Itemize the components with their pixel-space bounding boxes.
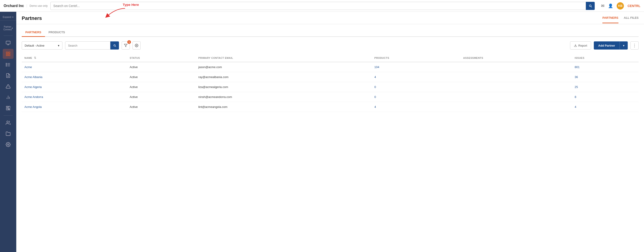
folder-icon: [6, 131, 11, 136]
partner-products[interactable]: 4: [374, 105, 376, 108]
partner-assessments: [460, 82, 572, 92]
partner-issues[interactable]: 25: [574, 85, 578, 89]
col-products: PRODUCTS: [372, 54, 460, 62]
settings-icon: [6, 142, 11, 147]
svg-point-26: [8, 144, 9, 145]
partner-products[interactable]: 0: [374, 85, 376, 89]
global-search-input[interactable]: [50, 2, 586, 10]
search-icon: [113, 44, 116, 47]
col-name: NAME ⇅: [22, 54, 127, 62]
sidebar-item-grid[interactable]: [3, 49, 14, 59]
tabs-row: PARTNERS PRODUCTS: [22, 29, 638, 37]
partner-email: lint@acmeangola.com: [196, 102, 372, 112]
table-row: Acme Active jason@acme.com 104 801: [22, 62, 638, 72]
table-search-button[interactable]: [110, 42, 119, 50]
sidebar-item-partner-connect[interactable]: PartnerConnect ▾: [3, 23, 14, 33]
table-header-row: NAME ⇅ STATUS PRIMARY CONTACT EMAIL PROD…: [22, 54, 638, 62]
partner-status: Active: [127, 92, 196, 102]
header-tab-all-files[interactable]: ALL FILES: [624, 16, 638, 23]
partner-name-link[interactable]: Acme Albania: [24, 75, 42, 79]
svg-rect-23: [6, 108, 8, 110]
partner-assessments: [460, 92, 572, 102]
grid-icon: [6, 51, 11, 56]
more-options-button[interactable]: ⋮: [630, 42, 638, 50]
svg-rect-5: [8, 52, 10, 54]
partner-issues[interactable]: 4: [574, 105, 576, 108]
partner-issues[interactable]: 801: [574, 66, 580, 69]
add-partner-wrap: Add Partner ▾: [594, 42, 628, 50]
partner-email: ninsh@acmeandorra.com: [196, 92, 372, 102]
partner-products[interactable]: 0: [374, 95, 376, 99]
table-row: Acme Angola Active lint@acmeangola.com 4…: [22, 102, 638, 112]
tab-partners[interactable]: PARTNERS: [22, 29, 45, 37]
gear-button[interactable]: [132, 42, 141, 50]
sidebar-item-chart[interactable]: [3, 92, 14, 102]
user-icon[interactable]: 👤: [608, 4, 613, 8]
partner-status: Active: [127, 102, 196, 112]
partner-issues[interactable]: 8: [574, 95, 576, 99]
table-row: Acme Albania Active ray@acmealbania.com …: [22, 72, 638, 82]
svg-point-25: [7, 121, 8, 122]
ellipsis-icon: ⋮: [632, 43, 636, 48]
partner-connect-label: PartnerConnect: [4, 26, 12, 31]
main-layout: Expand » PartnerConnect ▾: [0, 12, 644, 252]
sidebar-item-folder[interactable]: [3, 129, 14, 139]
partner-name-link[interactable]: Acme Angola: [24, 105, 42, 108]
partner-email: ray@acmealbania.com: [196, 72, 372, 82]
content-area: Partners PARTNERS ALL FILES PARTNERS PRO…: [16, 12, 644, 252]
avatar[interactable]: KB: [617, 2, 624, 10]
sidebar-item-settings[interactable]: [3, 140, 14, 150]
global-search-button[interactable]: [586, 2, 595, 10]
expand-chevron-icon: »: [12, 16, 14, 18]
sidebar-item-users[interactable]: [3, 118, 14, 128]
svg-marker-27: [124, 44, 127, 47]
partner-name-link[interactable]: Acme: [24, 66, 32, 69]
sort-icon[interactable]: ⇅: [34, 56, 36, 60]
content-inner: PARTNERS PRODUCTS Default - Active ▾ 1: [16, 24, 644, 252]
partner-email: liza@acmealgeria.com: [196, 82, 372, 92]
report-label: Report: [578, 44, 587, 47]
chart-icon: [6, 95, 11, 100]
centrl-label[interactable]: CENTRL: [628, 4, 640, 8]
partner-status: Active: [127, 72, 196, 82]
table-search-input[interactable]: [65, 42, 110, 50]
partner-status: Active: [127, 82, 196, 92]
sidebar-item-dashboard[interactable]: [3, 103, 14, 113]
org-name: Orchard Inc: [4, 4, 24, 8]
partner-issues[interactable]: 36: [574, 75, 578, 79]
partner-assessments: [460, 102, 572, 112]
dashboard-icon: [6, 106, 11, 110]
sidebar-item-document[interactable]: [3, 70, 14, 80]
dropdown-chevron-icon: ▾: [58, 44, 60, 47]
global-search-wrap: Type Here: [50, 2, 595, 10]
expand-button[interactable]: Expand »: [3, 16, 14, 18]
add-partner-chevron-icon: ▾: [623, 44, 624, 47]
svg-rect-4: [6, 52, 8, 54]
partner-status: Active: [127, 62, 196, 72]
users-icon: [6, 120, 11, 125]
sidebar-item-list[interactable]: [3, 60, 14, 70]
partner-name-link[interactable]: Acme Andorra: [24, 95, 43, 99]
tab-products[interactable]: PRODUCTS: [45, 29, 69, 37]
partner-products[interactable]: 4: [374, 75, 376, 79]
status-filter-dropdown[interactable]: Default - Active ▾: [22, 42, 62, 50]
mail-icon[interactable]: ✉: [601, 4, 604, 8]
sidebar-divider-1: [4, 36, 13, 36]
add-partner-button[interactable]: Add Partner: [594, 42, 620, 50]
svg-rect-7: [8, 54, 10, 56]
col-assessments: ASSESSMENTS: [460, 54, 572, 62]
download-icon: [574, 44, 577, 47]
add-partner-dropdown-button[interactable]: ▾: [620, 42, 628, 50]
partner-name-link[interactable]: Acme Algeria: [24, 85, 42, 89]
col-status: STATUS: [127, 54, 196, 62]
partner-email: jason@acme.com: [196, 62, 372, 72]
report-button[interactable]: Report: [570, 42, 591, 50]
filter-button[interactable]: 1: [122, 42, 130, 50]
demo-label: Demo use only: [27, 4, 48, 8]
header-tab-partners[interactable]: PARTNERS: [602, 16, 618, 23]
partner-assessments: [460, 72, 572, 82]
sidebar-item-monitor[interactable]: [3, 38, 14, 48]
partner-products[interactable]: 104: [374, 66, 380, 69]
toolbar: Default - Active ▾ 1: [22, 42, 638, 50]
sidebar-item-alert[interactable]: [3, 82, 14, 92]
